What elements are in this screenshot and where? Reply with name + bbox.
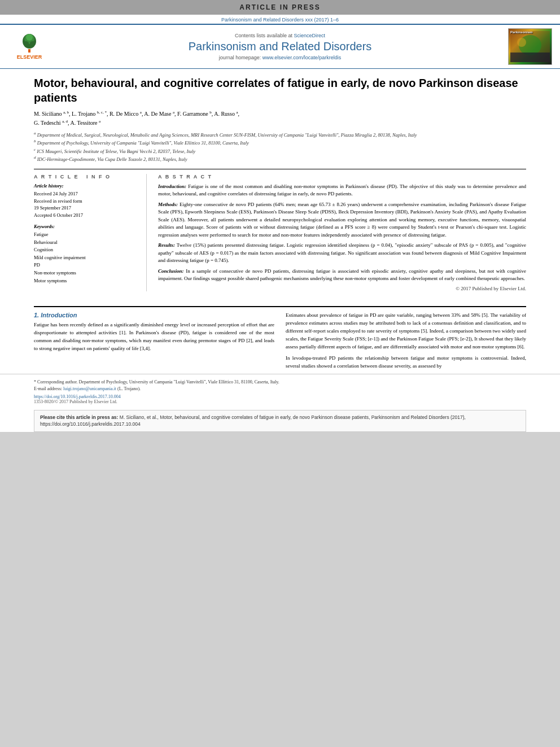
methods-text: Eighty-one consecutive de novo PD patien…	[158, 202, 526, 238]
article-title: Motor, behavioural, and cognitive correl…	[34, 76, 526, 105]
journal-center-info: Contents lists available at ScienceDirec…	[58, 33, 502, 60]
citation-prefix: Please cite this article in press as:	[40, 414, 118, 420]
methods-label: Methods:	[158, 202, 178, 207]
svg-point-4	[23, 41, 29, 46]
elsevier-logo-area: ELSEVIER	[7, 33, 52, 60]
abstract-results: Results: Twelve (15%) patients presented…	[158, 242, 526, 265]
journal-reference-line: Parkinsonism and Related Disorders xxx (…	[0, 15, 560, 24]
keywords-section: Keywords: Fatigue Behavioural Cognition …	[34, 224, 139, 285]
body-content: 1. Introduction Fatigue has been recentl…	[0, 312, 560, 374]
results-text: Twelve (15%) patients presented distress…	[158, 242, 526, 263]
affil-d: d IDC-Hermitage-Capodimonte, Via Cupa De…	[34, 155, 526, 163]
body-para-right-1: Estimates about prevalence of fatigue in…	[286, 312, 526, 351]
section1-title: 1. Introduction	[34, 312, 274, 318]
abstract-header: A B S T R A C T	[158, 174, 526, 180]
corresponding-author-note: * Corresponding author. Department of Ps…	[34, 379, 526, 386]
keyword-behavioural: Behavioural	[34, 239, 139, 247]
elsevier-tree-icon	[18, 33, 41, 53]
section-divider	[34, 306, 526, 307]
citation-box: Please cite this article in press as: M.…	[34, 410, 526, 433]
affil-b: b Department of Psychology, University o…	[34, 138, 526, 147]
article-revised-label: Received in revised form	[34, 198, 139, 205]
intro-label: Introduction:	[158, 184, 186, 189]
intro-text: Fatigue is one of the most common and di…	[158, 184, 526, 197]
affil-a: a Department of Medical, Surgical, Neuro…	[34, 130, 526, 139]
article-info-header: A R T I C L E I N F O	[34, 174, 139, 180]
conclusion-text: In a sample of consecutive de novo PD pa…	[158, 268, 526, 282]
science-direct-link[interactable]: ScienceDirect	[294, 33, 326, 38]
article-accepted: Accepted 6 October 2017	[34, 212, 139, 219]
corresponding-author-text: * Corresponding author. Department of Ps…	[34, 379, 279, 385]
conclusion-label: Conclusion:	[158, 268, 184, 274]
body-para-right-2: In levodopa-treated PD patients the rela…	[286, 355, 526, 370]
footnote-area: * Corresponding author. Department of Ps…	[0, 374, 560, 407]
affil-c: c ICS Maugeri, Scientific Institute of T…	[34, 147, 526, 155]
main-content: Motor, behavioural, and cognitive correl…	[0, 69, 560, 302]
body-right-column: Estimates about prevalence of fatigue in…	[286, 312, 526, 374]
journal-homepage-line: journal homepage: www.elsevier.com/locat…	[58, 55, 502, 60]
keyword-motor: Motor symptoms	[34, 277, 139, 285]
svg-point-5	[30, 41, 36, 46]
abstract-conclusion: Conclusion: In a sample of consecutive d…	[158, 268, 526, 283]
authors-line: M. Siciliano a, b, L. Trojano b, c, *, R…	[34, 110, 526, 128]
keyword-cognition: Cognition	[34, 246, 139, 254]
email-label: E-mail address:	[34, 386, 62, 391]
journal-header: ELSEVIER Contents lists available at Sci…	[0, 24, 560, 69]
elsevier-label: ELSEVIER	[17, 54, 42, 60]
science-direct-line: Contents lists available at ScienceDirec…	[58, 33, 502, 38]
doi-line[interactable]: https://doi.org/10.1016/j.parkreldis.201…	[34, 394, 526, 399]
cover-svg	[510, 31, 550, 62]
keyword-mci: Mild cognitive impairment	[34, 254, 139, 262]
results-label: Results:	[158, 242, 175, 248]
svg-point-9	[517, 38, 526, 47]
abstract-introduction: Introduction: Fatigue is one of the most…	[158, 183, 526, 198]
cover-overlay-text: Parkinsonism	[510, 30, 532, 34]
journal-cover-image: Parkinsonism	[508, 28, 552, 65]
affiliations: a Department of Medical, Surgical, Neuro…	[34, 130, 526, 163]
body-para-1: Fatigue has been recently defined as a s…	[34, 321, 274, 353]
copyright-line: © 2017 Published by Elsevier Ltd.	[158, 286, 526, 291]
journal-cover: Parkinsonism	[508, 28, 553, 65]
svg-rect-8	[510, 53, 550, 62]
keywords-label: Keywords:	[34, 224, 139, 229]
article-info-column: A R T I C L E I N F O Article history: R…	[34, 174, 147, 291]
homepage-label: journal homepage:	[219, 55, 261, 60]
svg-point-3	[26, 34, 33, 41]
keyword-pd: PD	[34, 261, 139, 269]
science-direct-prefix: Contents lists available at	[235, 33, 292, 38]
email-note: (L. Trojano).	[117, 386, 141, 391]
homepage-link[interactable]: www.elsevier.com/locate/parkreldis	[262, 55, 342, 60]
svg-rect-0	[28, 49, 30, 53]
banner-text: ARTICLE IN PRESS	[239, 3, 320, 11]
article-history-label: Article history:	[34, 183, 139, 189]
keyword-fatigue: Fatigue	[34, 231, 139, 239]
abstract-column: A B S T R A C T Introduction: Fatigue is…	[158, 174, 526, 291]
page: ARTICLE IN PRESS Parkinsonism and Relate…	[0, 0, 560, 432]
article-info-abstract-section: A R T I C L E I N F O Article history: R…	[34, 169, 526, 291]
journal-ref-text: Parkinsonism and Related Disorders xxx (…	[221, 17, 339, 23]
article-received: Received 24 July 2017	[34, 190, 139, 198]
journal-title: Parkinsonism and Related Disorders	[58, 40, 502, 53]
issn-line: 1353-8020/© 2017 Published by Elsevier L…	[34, 399, 526, 404]
email-line: E-mail address: luigi.trojano@unicampani…	[34, 386, 526, 392]
article-in-press-banner: ARTICLE IN PRESS	[0, 0, 560, 15]
body-left-column: 1. Introduction Fatigue has been recentl…	[34, 312, 274, 374]
keyword-non-motor: Non-motor symptoms	[34, 269, 139, 277]
abstract-methods: Methods: Eighty-one consecutive de novo …	[158, 201, 526, 239]
article-revised-date: 19 September 2017	[34, 204, 139, 212]
email-link[interactable]: luigi.trojano@unicampania.it	[63, 386, 116, 391]
